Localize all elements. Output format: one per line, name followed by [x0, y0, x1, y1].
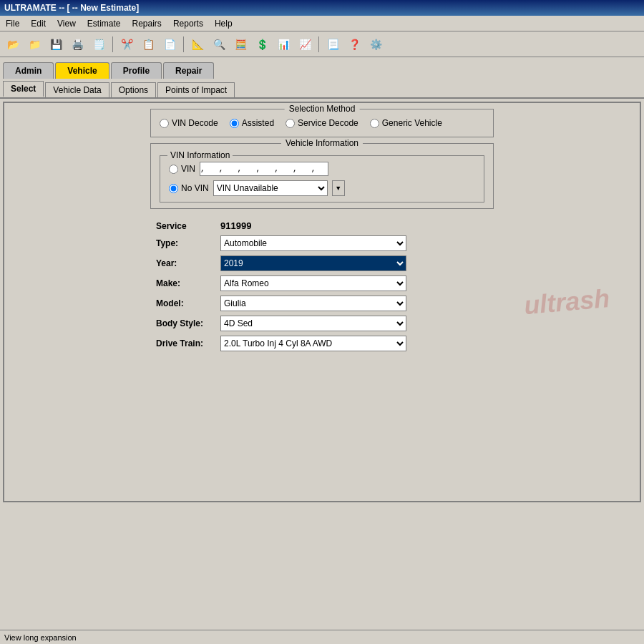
toolbar-new[interactable]: 📂: [3, 35, 23, 54]
service-label: Service: [156, 221, 220, 231]
toolbar-open[interactable]: 📁: [24, 35, 44, 54]
content-panel: ultrash Selection Method VIN Decode Assi…: [3, 102, 641, 502]
radio-service-decode-text: Service Decode: [298, 118, 358, 128]
toolbar-settings[interactable]: ⚙️: [366, 35, 386, 54]
selection-method-title: Selection Method: [285, 104, 360, 114]
drive-train-select[interactable]: 2.0L Turbo Inj 4 Cyl 8A AWD 2.9L V6 AWD: [220, 336, 406, 351]
toolbar-save[interactable]: 💾: [46, 35, 66, 54]
radio-assisted-text: Assisted: [242, 118, 274, 128]
toolbar-search[interactable]: 🔍: [209, 35, 229, 54]
menu-help[interactable]: Help: [212, 18, 235, 29]
body-style-select[interactable]: 4D Sed 2D Cpe 4D Wgn: [220, 316, 406, 331]
radio-vin-text: VIN: [181, 164, 195, 174]
body-style-label: Body Style:: [156, 318, 220, 328]
body-style-row: Body Style: 4D Sed 2D Cpe 4D Wgn: [156, 316, 494, 331]
year-label: Year:: [156, 258, 220, 268]
type-label: Type:: [156, 238, 220, 248]
toolbar-graph[interactable]: 📈: [295, 35, 315, 54]
drive-train-label: Drive Train:: [156, 338, 220, 348]
form-fields: Service 911999 Type: Automobile Truck SU…: [150, 220, 494, 351]
nav-tab-repair[interactable]: Repair: [163, 62, 214, 79]
make-label: Make:: [156, 278, 220, 288]
radio-assisted[interactable]: [230, 119, 239, 128]
status-text: View long expansion: [4, 633, 77, 642]
vehicle-info-title: Vehicle Information: [281, 138, 363, 148]
menu-file[interactable]: File: [3, 18, 22, 29]
drive-train-row: Drive Train: 2.0L Turbo Inj 4 Cyl 8A AWD…: [156, 336, 494, 351]
radio-assisted-label[interactable]: Assisted: [230, 118, 274, 128]
make-select[interactable]: Alfa Romeo BMW Ford Chevrolet: [220, 275, 406, 291]
sub-tab-vehicle-data[interactable]: Vehicle Data: [45, 82, 109, 97]
radio-generic-vehicle-text: Generic Vehicle: [382, 118, 442, 128]
sub-tab-points-of-impact[interactable]: Points of Impact: [157, 82, 235, 97]
no-vin-dropdown-btn[interactable]: ▼: [332, 180, 345, 196]
service-value: 911999: [220, 220, 251, 231]
model-select[interactable]: Giulia Stelvio 4C: [220, 296, 406, 311]
separator-2: [183, 36, 184, 52]
status-bar: View long expansion: [0, 630, 644, 644]
year-row: Year: 2019 2020 2018 2021: [156, 255, 494, 271]
type-row: Type: Automobile Truck SUV Van: [156, 235, 494, 251]
no-vin-option-row: No VIN VIN Unavailable VIN Available ▼: [169, 180, 475, 196]
make-row: Make: Alfa Romeo BMW Ford Chevrolet: [156, 275, 494, 291]
sub-tabs: Select Vehicle Data Options Points of Im…: [0, 79, 644, 99]
no-vin-select[interactable]: VIN Unavailable VIN Available: [213, 180, 328, 196]
radio-vin-decode[interactable]: [160, 119, 169, 128]
selection-method-row: VIN Decode Assisted Service Decode Gener…: [160, 115, 484, 131]
type-select[interactable]: Automobile Truck SUV Van: [220, 235, 406, 251]
toolbar-calc[interactable]: 🧮: [230, 35, 250, 54]
nav-tab-vehicle[interactable]: Vehicle: [55, 62, 109, 79]
vin-option-row: VIN: [169, 162, 475, 176]
toolbar-copy[interactable]: 📋: [138, 35, 158, 54]
title-text: ULTRAMATE -- [ -- New Estimate]: [4, 3, 139, 13]
service-row: Service 911999: [156, 220, 494, 231]
radio-generic-vehicle-label[interactable]: Generic Vehicle: [370, 118, 442, 128]
separator-3: [318, 36, 319, 52]
nav-tab-profile[interactable]: Profile: [111, 62, 162, 79]
radio-vin-decode-text: VIN Decode: [172, 118, 218, 128]
radio-no-vin[interactable]: [169, 184, 178, 193]
radio-no-vin-text: No VIN: [181, 183, 209, 193]
radio-vin[interactable]: [169, 165, 178, 174]
sub-tab-select[interactable]: Select: [3, 81, 44, 97]
nav-tab-admin[interactable]: Admin: [3, 62, 54, 79]
model-row: Model: Giulia Stelvio 4C: [156, 296, 494, 311]
menu-estimate[interactable]: Estimate: [84, 18, 124, 29]
radio-service-decode[interactable]: [286, 119, 295, 128]
watermark: ultrash: [523, 283, 611, 321]
toolbar-print[interactable]: 🖨️: [67, 35, 87, 54]
menu-edit[interactable]: Edit: [28, 18, 49, 29]
sub-tab-options[interactable]: Options: [111, 82, 156, 97]
vin-input[interactable]: [200, 162, 328, 176]
toolbar-cut[interactable]: ✂️: [117, 35, 137, 54]
vehicle-info-box: Vehicle Information VIN Information VIN …: [150, 143, 494, 209]
toolbar-align[interactable]: 📐: [187, 35, 208, 54]
separator-1: [112, 36, 113, 52]
toolbar-chart[interactable]: 📊: [273, 35, 293, 54]
radio-generic-vehicle[interactable]: [370, 119, 379, 128]
vin-info-title: VIN Information: [167, 150, 233, 160]
nav-tabs: Admin Vehicle Profile Repair: [0, 57, 644, 79]
toolbar-preview[interactable]: 🗒️: [89, 35, 109, 54]
vin-info-box: VIN Information VIN No VIN VIN Unavailab…: [160, 155, 484, 203]
title-bar: ULTRAMATE -- [ -- New Estimate]: [0, 0, 644, 16]
menu-reports[interactable]: Reports: [170, 18, 206, 29]
radio-vin-decode-label[interactable]: VIN Decode: [160, 118, 218, 128]
toolbar-doc[interactable]: 📃: [323, 35, 343, 54]
toolbar: 📂 📁 💾 🖨️ 🗒️ ✂️ 📋 📄 📐 🔍 🧮 💲 📊 📈 📃 ❓ ⚙️: [0, 31, 644, 57]
year-select[interactable]: 2019 2020 2018 2021: [220, 255, 406, 271]
menu-repairs[interactable]: Repairs: [130, 18, 165, 29]
menu-bar: File Edit View Estimate Repairs Reports …: [0, 16, 644, 31]
toolbar-money[interactable]: 💲: [252, 35, 272, 54]
radio-vin-label[interactable]: VIN: [169, 164, 195, 174]
selection-method-box: Selection Method VIN Decode Assisted Ser…: [150, 109, 494, 137]
toolbar-help[interactable]: ❓: [344, 35, 364, 54]
radio-no-vin-label[interactable]: No VIN: [169, 183, 209, 193]
radio-service-decode-label[interactable]: Service Decode: [286, 118, 358, 128]
menu-view[interactable]: View: [54, 18, 79, 29]
toolbar-paste[interactable]: 📄: [160, 35, 180, 54]
model-label: Model:: [156, 298, 220, 308]
